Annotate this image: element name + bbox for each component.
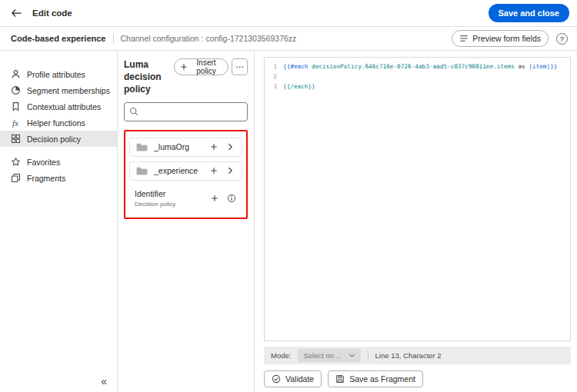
tree-row[interactable]: Identifier Decision policy: [129, 185, 242, 211]
channel-config-label: Channel configuration : config-172130356…: [121, 34, 297, 43]
tree-row[interactable]: _lumaOrg: [129, 138, 242, 157]
star-icon: [10, 157, 21, 167]
mode-label: Mode:: [271, 351, 291, 360]
plus-icon[interactable]: [208, 167, 219, 174]
info-icon[interactable]: [225, 194, 237, 203]
plus-icon: [180, 63, 188, 71]
sidebar-item-label: Profile attributes: [27, 70, 85, 79]
sidebar-item-label: Fragments: [27, 174, 65, 183]
divider: [368, 350, 369, 360]
preview-form-fields-button[interactable]: Preview form fields: [452, 30, 549, 47]
code-editor[interactable]: 1 {{#each decisionPolicy.646c716e-0726-4…: [264, 57, 571, 341]
tree-row-label: _lumaOrg: [154, 142, 202, 151]
chevron-right-icon[interactable]: [225, 143, 236, 151]
cursor-position-label: Line 13, Character 2: [375, 351, 442, 360]
tree-row-subtitle: Decision policy: [135, 201, 203, 208]
tree-row-label: _experience: [154, 166, 202, 175]
save-and-close-button[interactable]: Save and close: [489, 4, 570, 22]
tree-row-label: Identifier: [135, 189, 203, 198]
decision-policy-icon: [10, 134, 21, 144]
sidebar-item-profile-attributes[interactable]: Profile attributes: [0, 66, 117, 82]
validate-check-icon: [272, 374, 281, 384]
top-bar: Edit code Save and close: [0, 0, 577, 27]
panel-header: Luma decision policy Insert policy …: [124, 58, 248, 96]
plus-icon[interactable]: [208, 143, 219, 151]
plus-icon[interactable]: [208, 194, 220, 202]
sidebar-item-label: Decision policy: [27, 135, 81, 144]
line-number: 2: [269, 71, 277, 81]
insert-policy-label: Insert policy: [190, 58, 223, 75]
back-button[interactable]: [11, 8, 22, 19]
editor-panel: 1 {{#each decisionPolicy.646c716e-0726-4…: [255, 51, 577, 392]
page-title: Edit code: [32, 8, 72, 18]
sidebar-item-helper-functions[interactable]: fx Helper functions: [0, 115, 117, 131]
experience-type-label: Code-based experience: [11, 34, 106, 43]
policy-tree-annotated: _lumaOrg _experience Identifier Decision…: [124, 130, 248, 219]
divider: [113, 34, 114, 44]
collapse-sidebar-button[interactable]: «: [101, 375, 107, 387]
line-number: 3: [269, 81, 277, 91]
sidebar-item-label: Segment memberships: [27, 86, 110, 95]
segment-icon: [10, 85, 21, 95]
code-text: {{#each decisionPolicy.646c716e-0726-4ab…: [283, 61, 557, 71]
sidebar-item-label: Contextual attributes: [27, 102, 101, 111]
line-number: 1: [269, 61, 277, 71]
save-fragment-icon: [335, 374, 345, 384]
sidebar-item-label: Helper functions: [27, 118, 85, 128]
tree-row[interactable]: _experience: [129, 161, 242, 181]
mode-select-value: Select on ...: [303, 351, 342, 360]
more-options-button[interactable]: …: [232, 58, 248, 75]
editor-status-bar: Mode: Select on ... Line 13, Character 2: [264, 347, 571, 364]
decision-policy-panel: Luma decision policy Insert policy … _lu…: [118, 51, 255, 392]
validate-label: Validate: [285, 374, 314, 384]
fragment-icon: [10, 173, 21, 183]
app-window: Edit code Save and close Code-based expe…: [0, 0, 577, 392]
code-line: 1 {{#each decisionPolicy.646c716e-0726-4…: [269, 61, 565, 71]
sidebar-item-label: Favorites: [27, 158, 60, 167]
sidebar-item-favorites[interactable]: Favorites: [0, 154, 117, 170]
sub-header: Code-based experience Channel configurat…: [0, 27, 577, 51]
folder-icon: [135, 142, 148, 152]
back-arrow-icon: [11, 9, 22, 17]
search-input[interactable]: [124, 102, 248, 121]
fx-icon: fx: [10, 118, 21, 128]
panel-title: Luma decision policy: [124, 58, 174, 96]
chevron-right-icon[interactable]: [225, 167, 236, 174]
insert-policy-button[interactable]: Insert policy: [174, 58, 229, 75]
save-as-fragment-button[interactable]: Save as Fragment: [328, 370, 423, 387]
sidebar-section-gap: [0, 147, 117, 154]
main-area: Profile attributes Segment memberships C…: [0, 51, 577, 392]
help-icon[interactable]: ?: [556, 33, 568, 45]
code-line: 3 {{/each}}: [269, 81, 565, 91]
form-fields-icon: [459, 34, 469, 43]
sidebar-item-contextual-attributes[interactable]: Contextual attributes: [0, 98, 117, 115]
code-text: {{/each}}: [283, 81, 315, 91]
validate-button[interactable]: Validate: [264, 370, 322, 387]
user-icon: [10, 69, 21, 79]
search-icon: [129, 107, 138, 116]
editor-actions: Validate Save as Fragment: [264, 370, 571, 387]
folder-icon: [135, 166, 148, 176]
search-box: [124, 102, 248, 121]
code-line: 2: [269, 71, 565, 81]
chevron-down-icon: [349, 354, 355, 357]
sidebar-item-decision-policy[interactable]: Decision policy: [0, 131, 117, 147]
sidebar-item-segment-memberships[interactable]: Segment memberships: [0, 82, 117, 98]
sidebar-items: Profile attributes Segment memberships C…: [0, 66, 117, 186]
sidebar-item-fragments[interactable]: Fragments: [0, 170, 117, 186]
sidebar: Profile attributes Segment memberships C…: [0, 51, 118, 392]
preview-form-fields-label: Preview form fields: [472, 34, 541, 43]
mode-select[interactable]: Select on ...: [298, 349, 360, 362]
save-as-fragment-label: Save as Fragment: [349, 374, 415, 384]
contextual-icon: [10, 101, 21, 111]
